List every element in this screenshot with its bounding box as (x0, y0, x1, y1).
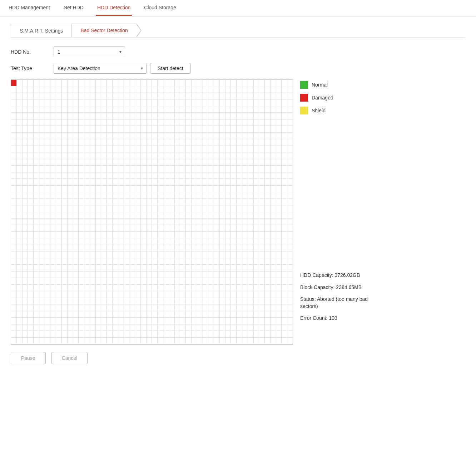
grid-cell (208, 291, 214, 298)
grid-cell (28, 146, 34, 152)
pause-button[interactable]: Pause (11, 352, 46, 364)
grid-cell (169, 324, 175, 331)
grid-cell (254, 278, 259, 284)
grid-cell (45, 219, 51, 225)
grid-cell (254, 106, 259, 113)
grid-cell (11, 119, 17, 126)
grid-cell (287, 205, 293, 212)
grid-cell (203, 99, 209, 106)
tab-cloud-storage[interactable]: Cloud Storage (143, 0, 178, 16)
grid-cell (220, 99, 225, 106)
grid-cell (107, 311, 113, 318)
grid-cell (141, 93, 147, 99)
grid-cell (276, 113, 282, 119)
tab-hdd-management[interactable]: HDD Management (7, 0, 51, 16)
grid-cell (34, 331, 39, 337)
grid-cell (265, 166, 271, 172)
start-detect-button[interactable]: Start detect (150, 63, 191, 74)
grid-cell (79, 126, 84, 132)
grid-cell (90, 232, 96, 238)
grid-cell (118, 278, 124, 284)
tab-net-hdd[interactable]: Net HDD (62, 0, 85, 16)
grid-cell (208, 331, 214, 337)
grid-cell (225, 298, 231, 304)
grid-cell (231, 166, 237, 172)
grid-cell (50, 331, 56, 337)
grid-cell (23, 199, 28, 205)
grid-cell (203, 106, 209, 113)
grid-cell (84, 324, 90, 331)
grid-cell (50, 324, 56, 331)
hdd-number-select[interactable]: 1 (54, 47, 125, 57)
subtab-smart-settings[interactable]: S.M.A.R.T. Settings (11, 24, 72, 37)
grid-cell (135, 298, 141, 304)
grid-cell (45, 238, 51, 245)
grid-cell (225, 311, 231, 318)
grid-cell (208, 251, 214, 258)
grid-cell (287, 291, 293, 298)
grid-cell (28, 258, 34, 265)
grid-cell (259, 318, 265, 324)
grid-cell (96, 99, 101, 106)
grid-cell (96, 238, 101, 245)
grid-cell (96, 106, 101, 113)
grid-cell (180, 146, 186, 152)
grid-cell (276, 304, 282, 311)
grid-cell (56, 166, 62, 172)
grid-cell (254, 258, 259, 265)
grid-cell (73, 324, 79, 331)
grid-cell (254, 338, 259, 344)
grid-cell (124, 265, 130, 271)
grid-cell (175, 113, 180, 119)
grid-cell (242, 265, 248, 271)
grid-cell (237, 258, 242, 265)
cancel-button[interactable]: Cancel (51, 352, 88, 364)
grid-cell (152, 219, 158, 225)
grid-cell (90, 272, 96, 278)
grid-cell (50, 192, 56, 199)
error-count-info: Error Count: 100 (300, 315, 465, 322)
grid-cell (96, 159, 101, 166)
grid-cell (231, 232, 237, 238)
sector-grid (11, 80, 293, 344)
grid-cell (45, 205, 51, 212)
grid-cell (231, 139, 237, 146)
grid-cell (17, 172, 23, 179)
grid-cell (90, 205, 96, 212)
tab-hdd-detection[interactable]: HDD Detection (96, 0, 132, 16)
grid-cell (17, 225, 23, 231)
grid-cell (276, 159, 282, 166)
grid-cell (287, 192, 293, 199)
grid-cell (17, 278, 23, 284)
grid-cell (282, 298, 287, 304)
grid-cell (186, 311, 192, 318)
grid-cell (101, 278, 107, 284)
grid-cell (68, 139, 73, 146)
grid-cell (242, 212, 248, 219)
grid-cell (242, 146, 248, 152)
grid-cell (68, 113, 73, 119)
grid-cell (79, 291, 84, 298)
subtab-bad-sector-detection[interactable]: Bad Sector Detection (71, 24, 137, 38)
grid-cell (237, 232, 242, 238)
grid-cell (107, 133, 113, 139)
grid-cell (17, 291, 23, 298)
grid-cell (169, 152, 175, 159)
grid-cell (271, 179, 276, 185)
grid-cell (214, 133, 220, 139)
grid-cell (192, 152, 197, 159)
grid-cell (50, 113, 56, 119)
grid-cell (62, 93, 68, 99)
grid-cell (231, 159, 237, 166)
grid-cell (50, 159, 56, 166)
grid-cell (135, 318, 141, 324)
test-type-select[interactable]: Key Area Detection Full Detection (54, 63, 147, 74)
grid-cell (124, 212, 130, 219)
grid-cell (28, 159, 34, 166)
grid-cell (214, 304, 220, 311)
grid-cell (248, 186, 254, 192)
grid-cell (113, 238, 118, 245)
grid-cell (192, 265, 197, 271)
grid-cell (28, 219, 34, 225)
grid-cell (192, 304, 197, 311)
